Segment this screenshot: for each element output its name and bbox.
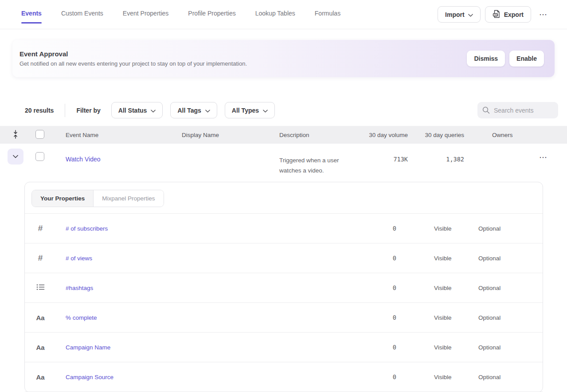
chevron-down-icon bbox=[468, 11, 473, 18]
column-header-display-name: Display Name bbox=[182, 132, 279, 138]
collapse-arrows-icon bbox=[12, 130, 19, 140]
property-count: 0 bbox=[348, 255, 396, 262]
import-button[interactable]: Import bbox=[438, 6, 481, 23]
property-requirement: Optional bbox=[478, 314, 525, 321]
property-visibility: Visible bbox=[396, 374, 478, 380]
tab-lookup-tables[interactable]: Lookup Tables bbox=[255, 0, 295, 29]
property-visibility: Visible bbox=[396, 285, 478, 291]
tab-formulas[interactable]: Formulas bbox=[315, 0, 340, 29]
column-header-description: Description bbox=[279, 132, 364, 138]
ellipsis-icon: ⋯ bbox=[539, 153, 547, 162]
text-icon: # Aa bbox=[25, 314, 56, 321]
property-requirement: Optional bbox=[478, 255, 525, 262]
properties-panel: Your Properties Mixpanel Properties # Aa… bbox=[24, 182, 543, 392]
text-icon: # Aa bbox=[25, 344, 56, 351]
filter-dropdown-all-tags[interactable]: All Tags bbox=[170, 102, 217, 118]
tab-profile-properties[interactable]: Profile Properties bbox=[188, 0, 235, 29]
property-row-hashtags: # Aa #hashtags 0 Visible Optional bbox=[25, 273, 543, 303]
column-header-30-day-queries: 30 day queries bbox=[408, 132, 464, 138]
row-checkbox[interactable] bbox=[35, 152, 44, 161]
property-requirement: Optional bbox=[478, 225, 525, 232]
vertical-divider bbox=[65, 104, 65, 117]
list-icon: # Aa bbox=[25, 284, 56, 292]
events-table-header: Event Name Display Name Description 30 d… bbox=[0, 126, 567, 144]
nav-actions: Import csv Export ⋯ bbox=[438, 6, 551, 23]
event-30-day-queries: 1,382 bbox=[408, 144, 464, 163]
property-name-link[interactable]: #hashtags bbox=[56, 285, 348, 291]
property-name-link[interactable]: # of views bbox=[56, 255, 348, 262]
property-row-campaign-name: # Aa Campaign Name 0 Visible Optional bbox=[25, 333, 543, 362]
csv-file-icon: csv bbox=[493, 10, 501, 20]
property-count: 0 bbox=[348, 344, 396, 351]
export-button[interactable]: csv Export bbox=[485, 6, 531, 23]
row-more-options-button[interactable]: ⋯ bbox=[536, 153, 551, 162]
collapse-row-button[interactable] bbox=[8, 149, 23, 165]
tab-events[interactable]: Events bbox=[21, 0, 42, 29]
search-box bbox=[477, 102, 558, 118]
property-row-campaign-source: # Aa Campaign Source 0 Visible Optional bbox=[25, 362, 543, 392]
property-visibility: Visible bbox=[396, 344, 478, 351]
property-visibility: Visible bbox=[396, 314, 478, 321]
properties-list: # Aa # of subscribers 0 Visible Optional… bbox=[25, 213, 543, 392]
property-row-complete: # Aa % complete 0 Visible Optional bbox=[25, 303, 543, 333]
property-count: 0 bbox=[348, 225, 396, 232]
banner-title: Event Approval bbox=[20, 50, 247, 58]
property-requirement: Optional bbox=[478, 374, 525, 380]
property-requirement: Optional bbox=[478, 344, 525, 351]
event-30-day-volume: 713K bbox=[364, 144, 408, 163]
event-name-link[interactable]: Watch Video bbox=[55, 144, 182, 163]
dismiss-button[interactable]: Dismiss bbox=[467, 51, 505, 67]
property-name-link[interactable]: Campaign Source bbox=[56, 374, 348, 380]
property-row-of-subscribers: # Aa # of subscribers 0 Visible Optional bbox=[25, 214, 543, 243]
properties-tab-your-properties[interactable]: Your Properties bbox=[32, 190, 94, 207]
property-name-link[interactable]: % complete bbox=[56, 314, 348, 321]
column-header-30-day-volume: 30 day volume bbox=[364, 132, 408, 138]
filter-dropdowns: All Status All Tags All Types bbox=[111, 102, 282, 118]
enable-button[interactable]: Enable bbox=[509, 51, 544, 67]
chevron-down-icon bbox=[263, 107, 268, 114]
property-visibility: Visible bbox=[396, 255, 478, 262]
results-count: 20 results bbox=[25, 107, 54, 114]
banner-description: Get notified on all new events entering … bbox=[20, 60, 247, 67]
banner-actions: Dismiss Enable bbox=[467, 51, 544, 67]
filter-toolbar: 20 results Filter by All Status All Tags… bbox=[0, 102, 567, 118]
collapse-all-button[interactable] bbox=[0, 130, 31, 140]
tab-custom-events[interactable]: Custom Events bbox=[61, 0, 103, 29]
number-icon: # Aa bbox=[25, 253, 56, 263]
property-count: 0 bbox=[348, 314, 396, 321]
chevron-down-icon bbox=[205, 107, 210, 114]
column-header-owners: Owners bbox=[464, 132, 517, 138]
property-name-link[interactable]: Campaign Name bbox=[56, 344, 348, 351]
filter-dropdown-all-types[interactable]: All Types bbox=[225, 102, 275, 118]
property-requirement: Optional bbox=[478, 285, 525, 291]
property-visibility: Visible bbox=[396, 225, 478, 232]
event-description: Triggered when a user watches a video. bbox=[279, 144, 356, 176]
banner-text: Event Approval Get notified on all new e… bbox=[20, 50, 247, 67]
properties-tab-control: Your Properties Mixpanel Properties bbox=[31, 190, 164, 207]
property-row-of-views: # Aa # of views 0 Visible Optional bbox=[25, 243, 543, 273]
more-options-button[interactable]: ⋯ bbox=[536, 10, 551, 20]
svg-text:csv: csv bbox=[494, 14, 498, 16]
filter-dropdown-all-status[interactable]: All Status bbox=[111, 102, 163, 118]
property-count: 0 bbox=[348, 284, 396, 291]
ellipsis-icon: ⋯ bbox=[539, 10, 547, 19]
tab-event-properties[interactable]: Event Properties bbox=[123, 0, 169, 29]
property-name-link[interactable]: # of subscribers bbox=[56, 225, 348, 232]
import-label: Import bbox=[445, 11, 465, 18]
nav-tabs: Events Custom Events Event Properties Pr… bbox=[21, 0, 360, 29]
number-icon: # Aa bbox=[25, 223, 56, 233]
properties-tab-mixpanel-properties[interactable]: Mixpanel Properties bbox=[94, 190, 163, 207]
text-icon: # Aa bbox=[25, 373, 56, 381]
export-label: Export bbox=[504, 11, 524, 18]
properties-tabs-wrap: Your Properties Mixpanel Properties bbox=[25, 182, 543, 213]
event-approval-banner: Event Approval Get notified on all new e… bbox=[12, 40, 555, 77]
filter-by-label: Filter by bbox=[76, 107, 100, 114]
event-owners bbox=[464, 144, 517, 156]
chevron-down-icon bbox=[151, 107, 156, 114]
select-all-checkbox[interactable] bbox=[35, 130, 44, 139]
property-count: 0 bbox=[348, 373, 396, 380]
column-header-event-name: Event Name bbox=[55, 132, 182, 138]
top-navigation: Events Custom Events Event Properties Pr… bbox=[0, 0, 567, 29]
event-row-watch-video: Watch Video Triggered when a user watche… bbox=[0, 144, 567, 182]
